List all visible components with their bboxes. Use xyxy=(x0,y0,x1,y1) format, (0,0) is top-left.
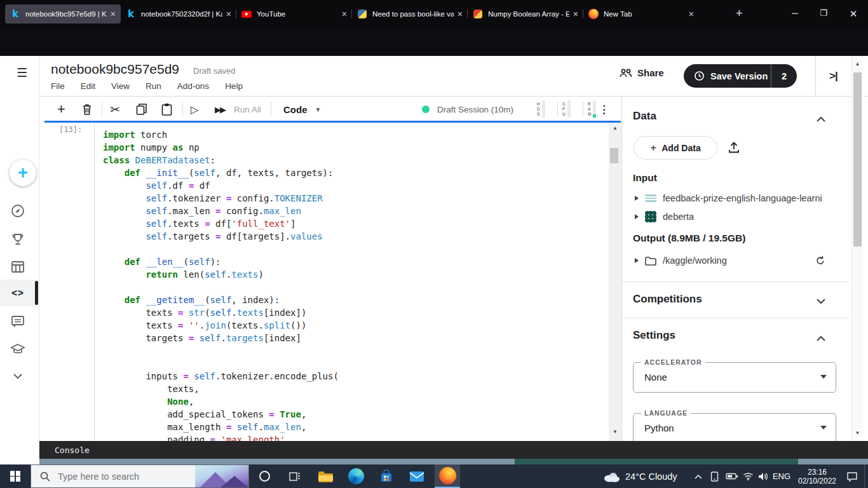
start-button[interactable] xyxy=(0,464,31,488)
search-input[interactable] xyxy=(57,471,184,482)
tab-close-icon[interactable]: × xyxy=(573,10,578,18)
weather-cloud-icon xyxy=(600,464,623,488)
expand-caret-icon[interactable] xyxy=(635,214,639,219)
edge-button[interactable] xyxy=(343,464,369,488)
meter-gauge xyxy=(542,100,545,118)
more-options-icon[interactable]: ⋮ xyxy=(599,102,609,117)
page-scroll-thumb[interactable] xyxy=(853,72,862,247)
menu-help[interactable]: Help xyxy=(225,81,243,91)
save-version-button[interactable]: Save Version 2 xyxy=(684,64,797,88)
volume-tray-icon[interactable] xyxy=(755,464,771,488)
browser-tab-6[interactable]: New Tab× xyxy=(583,4,699,24)
scroll-up-icon[interactable]: ▲ xyxy=(852,61,863,67)
trash-icon xyxy=(81,103,93,116)
taskbar-search[interactable] xyxy=(31,464,249,488)
add-cell-button[interactable]: + xyxy=(57,102,65,117)
window-close-button[interactable]: ✕ xyxy=(847,8,860,20)
cortana-button[interactable] xyxy=(252,464,277,488)
copy-button[interactable] xyxy=(136,102,147,117)
accelerator-select[interactable]: ACCELERATOR None xyxy=(633,362,836,393)
kaggle-hamburger-icon[interactable]: ☰ xyxy=(17,65,27,80)
add-data-button[interactable]: + Add Data xyxy=(634,136,717,159)
menu-view[interactable]: View xyxy=(111,81,130,91)
menu-edit[interactable]: Edit xyxy=(81,81,95,91)
browser-tab-1[interactable]: knotebook9bc957e5d9 | Ka× xyxy=(5,4,121,24)
competitions-expand-chevron[interactable] xyxy=(817,295,825,307)
share-button[interactable]: Share xyxy=(620,67,664,78)
language-select[interactable]: LANGUAGE Python xyxy=(633,413,836,441)
sidebar-item-datasets[interactable] xyxy=(0,254,36,280)
paste-button[interactable] xyxy=(161,102,172,117)
tab-close-icon[interactable]: × xyxy=(458,10,463,18)
browser-tab-4[interactable]: Need to pass bool-like va× xyxy=(352,4,468,24)
run-cell-button[interactable]: ▷ xyxy=(191,102,198,117)
window-minimize-button[interactable]: ─ xyxy=(789,8,801,18)
data-collapse-chevron[interactable] xyxy=(817,113,825,125)
tab-close-icon[interactable]: × xyxy=(342,10,347,18)
battery-tray-icon[interactable] xyxy=(723,464,740,488)
sidebar-item-discussions[interactable] xyxy=(0,309,36,334)
mail-icon xyxy=(409,471,424,482)
code-editor[interactable]: [13]: import torchimport numpy as npclas… xyxy=(39,123,621,441)
page-scrollbar[interactable]: ▲ ▼ xyxy=(851,56,863,441)
expand-caret-icon[interactable] xyxy=(635,196,639,201)
cpu-meter: CPU xyxy=(562,100,571,118)
firefox-taskbar-button[interactable] xyxy=(435,464,460,488)
new-tab-button[interactable]: + xyxy=(736,8,743,19)
expand-caret-icon[interactable] xyxy=(635,258,639,263)
sidebar-more-chevron[interactable] xyxy=(0,363,36,389)
collapse-panel-icon[interactable]: >| xyxy=(829,70,837,83)
scroll-down-icon[interactable]: ▼ xyxy=(609,429,621,435)
browser-tab-2[interactable]: knotebook7502320d2f | Kag× xyxy=(121,4,236,24)
refresh-output-icon[interactable] xyxy=(815,255,825,266)
sidebar-item-learn[interactable] xyxy=(0,337,36,362)
wifi-tray-icon[interactable] xyxy=(740,464,756,488)
taskbar-clock[interactable]: 23:1602/10/2022 xyxy=(796,464,839,488)
file-explorer-button[interactable] xyxy=(313,464,338,488)
sidebar-item-home[interactable] xyxy=(0,198,36,224)
window-maximize-button[interactable]: ❐ xyxy=(817,8,830,18)
show-desktop-sliver[interactable] xyxy=(864,464,865,488)
editor-scroll-thumb[interactable] xyxy=(610,148,618,163)
editor-scrollbar[interactable]: ▲ ▼ xyxy=(609,123,621,441)
hdd-meter: HDD xyxy=(537,100,545,118)
language-indicator[interactable]: ENG xyxy=(770,464,793,488)
run-all-button[interactable]: ▶▶ xyxy=(215,102,225,117)
notebook-title[interactable]: notebook9bc957e5d9 xyxy=(51,62,179,77)
run-all-label[interactable]: Run All xyxy=(234,102,261,117)
code-line: self.df = df xyxy=(103,179,339,192)
tree-item-deberta[interactable]: deberta xyxy=(635,211,837,222)
sidebar-create-button[interactable]: + xyxy=(10,159,36,186)
browser-tab-5[interactable]: Numpy Boolean Array - E× xyxy=(468,4,583,24)
weather-status[interactable]: 24°C Cloudy xyxy=(625,464,695,488)
tab-close-icon[interactable]: × xyxy=(689,10,694,18)
cut-button[interactable]: ✂ xyxy=(110,102,120,117)
console-bar[interactable]: Console xyxy=(39,441,868,459)
tab-close-icon[interactable]: × xyxy=(226,10,231,18)
menu-file[interactable]: File xyxy=(51,81,65,91)
browser-tab-3[interactable]: YouTube× xyxy=(236,4,352,24)
tree-item--kaggle-working[interactable]: /kaggle/working xyxy=(635,255,825,266)
upload-data-button[interactable] xyxy=(728,141,740,156)
store-button[interactable] xyxy=(374,464,399,488)
settings-collapse-chevron[interactable] xyxy=(817,332,825,344)
cell-type-dropdown[interactable]: Code ▼ xyxy=(283,102,321,117)
sidebar-item-code[interactable]: <> xyxy=(0,280,36,306)
strip-segment xyxy=(515,459,798,464)
scroll-down-icon[interactable]: ▼ xyxy=(852,430,863,436)
version-count[interactable]: 2 xyxy=(771,71,797,81)
delete-cell-button[interactable] xyxy=(81,102,93,117)
action-center-button[interactable] xyxy=(841,464,863,488)
tab-close-icon[interactable]: × xyxy=(111,10,116,18)
tray-expand-chevron[interactable] xyxy=(691,464,705,488)
menu-run[interactable]: Run xyxy=(146,81,161,91)
your-phone-tray-icon[interactable] xyxy=(707,464,722,488)
tree-item-feedback-prize-english-language-learni[interactable]: feedback-prize-english-language-learni xyxy=(635,193,837,203)
sidebar-item-competitions[interactable] xyxy=(0,226,36,252)
upload-icon xyxy=(728,141,740,154)
task-view-button[interactable] xyxy=(282,464,308,488)
scroll-up-icon[interactable]: ▲ xyxy=(609,125,621,131)
menu-addons[interactable]: Add-ons xyxy=(177,81,209,91)
menu-bar: FileEditViewRunAdd-onsHelp xyxy=(51,81,243,91)
mail-button[interactable] xyxy=(404,464,430,488)
